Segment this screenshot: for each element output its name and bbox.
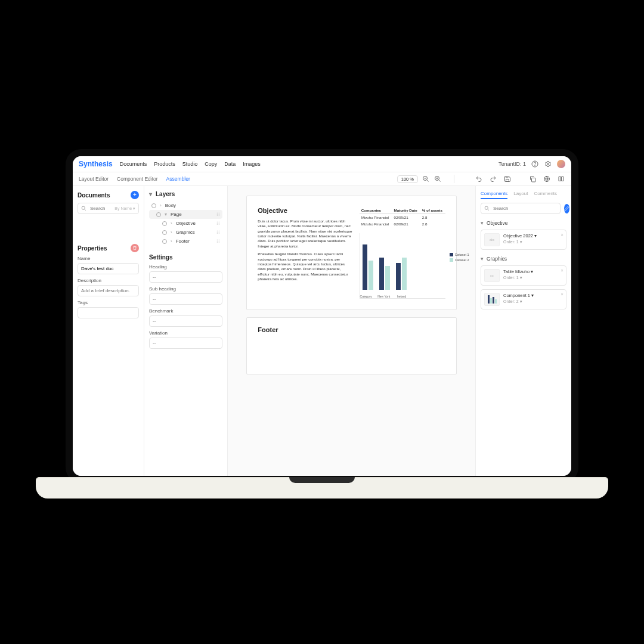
card-title: Component 1 ▾ bbox=[503, 293, 534, 298]
table-row: Mizuho Financial02/09/212.8 bbox=[360, 214, 445, 221]
tags-input[interactable] bbox=[78, 307, 139, 318]
preview-icon[interactable] bbox=[557, 175, 565, 183]
table-row: Mizuho Financial02/09/212.8 bbox=[360, 221, 445, 227]
component-card[interactable]: abc Objective 2022 ▾ Order: 1 ▾ × bbox=[481, 230, 566, 250]
components-panel: Components Layout Comments ▾Objectiv bbox=[476, 186, 571, 476]
layer-row-footer[interactable]: › Footer ⁝⁝ bbox=[149, 237, 222, 246]
add-document-button[interactable]: + bbox=[131, 191, 139, 199]
expand-icon[interactable]: › bbox=[171, 221, 172, 226]
card-close-icon[interactable]: × bbox=[561, 232, 564, 237]
settings-input-benchmark[interactable] bbox=[149, 315, 222, 327]
duplicate-icon[interactable] bbox=[528, 175, 537, 183]
undo-icon[interactable] bbox=[475, 175, 483, 183]
nav-studio[interactable]: Studio bbox=[182, 161, 198, 167]
chart-bar bbox=[396, 263, 401, 290]
layer-row-graphics[interactable]: › Graphics ⁝⁝ bbox=[149, 228, 222, 237]
layer-label: Page bbox=[171, 212, 182, 217]
chart-xlabel: New York bbox=[377, 295, 390, 298]
rp-tab-layout[interactable]: Layout bbox=[513, 191, 528, 199]
settings-input-sub-heading[interactable] bbox=[149, 293, 222, 305]
svg-point-2 bbox=[547, 163, 549, 165]
tab-component-editor[interactable]: Component Editor bbox=[117, 176, 158, 182]
avatar[interactable] bbox=[557, 160, 565, 168]
search-icon bbox=[81, 206, 86, 211]
layers-panel: ▾ Layers › Body ▾ Page ⁝⁝ › Objective bbox=[144, 186, 228, 476]
chart-bar bbox=[402, 258, 407, 290]
nav-links: Documents Products Studio Copy Data Imag… bbox=[120, 161, 261, 167]
settings-input-heading[interactable] bbox=[149, 271, 222, 283]
component-card[interactable]: Component 1 ▾ Order: 2 ▾ × bbox=[481, 289, 566, 309]
chevron-down-icon[interactable]: ▾ bbox=[149, 191, 152, 197]
layer-label: Graphics bbox=[176, 230, 195, 235]
redo-icon[interactable] bbox=[489, 175, 497, 183]
visibility-icon[interactable] bbox=[162, 239, 167, 244]
settings-icon[interactable] bbox=[544, 160, 552, 168]
layers-title: Layers bbox=[156, 191, 175, 197]
name-label: Name bbox=[78, 256, 139, 261]
tab-layout-editor[interactable]: Layout Editor bbox=[79, 176, 109, 182]
tab-assembler[interactable]: Assembler bbox=[166, 176, 190, 182]
card-close-icon[interactable]: × bbox=[561, 268, 564, 273]
components-search[interactable] bbox=[481, 203, 561, 214]
settings-label-sub-heading: Sub heading bbox=[149, 286, 222, 292]
nav-products[interactable]: Products bbox=[154, 161, 175, 167]
table-header-percent: % of assets bbox=[420, 207, 445, 214]
objective-para-1: Duis ut dolor lacus. Proin vitae mi auct… bbox=[258, 219, 352, 249]
table-header-maturity: Maturity Date bbox=[392, 207, 420, 214]
documents-title: Documents bbox=[78, 192, 110, 199]
card-order: Order: 1 ▾ bbox=[503, 275, 533, 280]
expand-icon[interactable]: › bbox=[171, 239, 172, 244]
visibility-icon[interactable] bbox=[151, 203, 156, 208]
card-title: Table Mizuho ▾ bbox=[503, 269, 533, 274]
drag-icon[interactable]: ⁝⁝ bbox=[216, 239, 220, 244]
save-icon[interactable] bbox=[503, 175, 512, 183]
share-icon[interactable] bbox=[543, 175, 551, 183]
rp-section-objective[interactable]: ▾Objective bbox=[481, 220, 566, 226]
name-input[interactable] bbox=[78, 263, 139, 274]
nav-data[interactable]: Data bbox=[224, 161, 236, 167]
rp-section-graphics[interactable]: ▾Graphics bbox=[481, 256, 566, 262]
drag-icon[interactable]: ⁝⁝ bbox=[216, 212, 220, 217]
settings-input-variation[interactable] bbox=[149, 338, 222, 349]
zoom-out-icon[interactable] bbox=[422, 175, 430, 183]
expand-icon[interactable]: ▾ bbox=[165, 212, 167, 217]
rp-tab-comments[interactable]: Comments bbox=[534, 191, 557, 199]
documents-sort-hint[interactable]: By Name ▾ bbox=[114, 206, 135, 211]
visibility-icon[interactable] bbox=[162, 221, 167, 226]
chart-bar bbox=[363, 244, 367, 290]
visibility-icon[interactable] bbox=[162, 230, 167, 235]
settings-label-heading: Heading bbox=[149, 264, 222, 270]
tenant-label: TenantID: 1 bbox=[499, 161, 526, 167]
layer-row-objective[interactable]: › Objective ⁝⁝ bbox=[149, 219, 222, 228]
chart-xlabel: Ireland bbox=[397, 295, 406, 298]
visibility-icon[interactable] bbox=[156, 212, 161, 217]
layer-row-body[interactable]: › Body bbox=[149, 201, 222, 210]
rp-tab-components[interactable]: Components bbox=[481, 191, 507, 199]
nav-images[interactable]: Images bbox=[243, 161, 261, 167]
bar-chart: Dataset 1 Dataset 2 CategoryNew YorkIrel… bbox=[360, 233, 445, 299]
description-input[interactable] bbox=[78, 285, 139, 296]
objective-heading: Objective bbox=[258, 207, 352, 214]
edit-button[interactable] bbox=[564, 204, 569, 213]
help-icon[interactable] bbox=[531, 160, 539, 168]
drag-icon[interactable]: ⁝⁝ bbox=[216, 221, 220, 226]
documents-search-input[interactable] bbox=[89, 205, 112, 212]
component-card[interactable]: ≡≡ Table Mizuho ▾ Order: 1 ▾ × bbox=[481, 265, 566, 286]
nav-documents[interactable]: Documents bbox=[120, 161, 147, 167]
description-label: Description bbox=[78, 278, 139, 283]
nav-copy[interactable]: Copy bbox=[205, 161, 217, 167]
svg-line-13 bbox=[85, 209, 86, 210]
svg-line-15 bbox=[488, 209, 489, 210]
documents-search[interactable]: By Name ▾ bbox=[78, 203, 139, 214]
zoom-chip[interactable]: 100 % bbox=[397, 175, 418, 183]
expand-icon[interactable]: › bbox=[160, 203, 162, 208]
components-search-input[interactable] bbox=[492, 205, 557, 212]
drag-icon[interactable]: ⁝⁝ bbox=[216, 230, 220, 235]
layer-row-page[interactable]: ▾ Page ⁝⁝ bbox=[149, 210, 222, 219]
card-close-icon[interactable]: × bbox=[561, 292, 564, 297]
footer-preview[interactable]: Footer bbox=[246, 317, 456, 374]
expand-icon[interactable]: › bbox=[171, 230, 172, 235]
delete-document-button[interactable] bbox=[131, 244, 139, 252]
page-preview[interactable]: Objective Duis ut dolor lacus. Proin vit… bbox=[246, 196, 456, 310]
zoom-in-icon[interactable] bbox=[434, 175, 442, 183]
